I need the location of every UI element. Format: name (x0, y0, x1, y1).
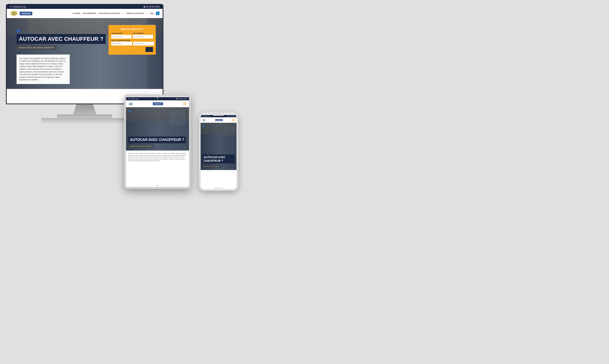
departure-label: LIEU DE DÉPART : (111, 33, 132, 34)
departure-group: LIEU DE DÉPART : (111, 33, 132, 39)
desktop-nav-links: ACCUEIL NOS SERVICES LOCATION D'AUTOCARS… (72, 12, 160, 15)
date-input[interactable] (111, 42, 132, 45)
monitor-base (57, 115, 112, 118)
phone-hero-badge: i (202, 125, 204, 127)
monitor-reflection (41, 118, 128, 124)
phone-navbar: 🚌 facebook (201, 117, 236, 123)
phone-call-icon: ☎ (227, 116, 228, 117)
hero-content: i AUTOCAR AVEC CHAUFFEUR ? VOUS ÊTES AU … (16, 29, 113, 50)
phone-screen: ✉ Contactez-nous ☎ 01 40 82 90 86 🚌 face… (201, 114, 236, 189)
phone-logo-container: 🚌 (202, 118, 206, 122)
tablet-logo: 🚌 (128, 102, 134, 106)
phone-hero: i AUTOCAR AVEC CHAUFFEUR ? VOUS ÊTES AU … (201, 123, 236, 170)
desktop-phone: ☎ 01 40 82 90 86 (143, 6, 160, 8)
desktop-website: ✉ Contactez-nous ☎ 01 40 82 90 86 🚌 (7, 5, 163, 104)
tablet-hamburger[interactable] (182, 102, 187, 106)
departure-input[interactable] (111, 35, 132, 39)
datetime-group: DATE ET HEURE DE DÉPART (111, 40, 153, 45)
time-input[interactable] (133, 42, 154, 45)
nav-faq[interactable]: FAQ (150, 13, 154, 14)
phone-hero-title-block: AUTOCAR AVEC CHAUFFEUR ? (202, 155, 235, 164)
tablet-device: ✉ Contactez-nous ☎ 01 40 82 90 86 🚌 face… (124, 94, 191, 189)
nav-location[interactable]: LOCATION D'AUTOCARS (98, 13, 120, 14)
tablet-hero: i AUTOCAR AVEC CHAUFFEUR ? VOUS ÊTES AU … (126, 107, 189, 151)
phone-hero-content: AUTOCAR AVEC CHAUFFEUR ? VOUS ÊTES AU BO… (202, 155, 235, 168)
phone-facebook[interactable]: facebook (215, 119, 223, 121)
desktop-navbar: 🚌 facebook ACCUEIL NOS SERVICES LOCATION… (7, 9, 163, 18)
devis-title: DEVIS GRATUIT (111, 28, 153, 31)
tablet-phone: ☎ 01 40 82 90 86 (176, 98, 187, 100)
tablet-hero-subtitle: VOUS ÊTES AU BON ENDROIT (128, 145, 153, 148)
hero-badge: i (16, 29, 20, 33)
tablet-home-dot (157, 185, 158, 186)
phone-speaker (216, 114, 221, 115)
arrival-input[interactable] (133, 35, 153, 39)
hero-subtitle: VOUS ÊTES AU BON ENDROIT (16, 46, 57, 50)
svg-text:🚌: 🚌 (13, 12, 15, 15)
tablet-phone-icon: ☎ (176, 98, 178, 100)
tablet-camera (157, 98, 158, 99)
desktop-hero: i AUTOCAR AVEC CHAUFFEUR ? VOUS ÊTES AU … (7, 18, 163, 89)
desktop-contact[interactable]: ✉ Contactez-nous (10, 6, 26, 8)
facebook-button[interactable]: facebook (20, 12, 32, 15)
linkedin-button[interactable]: in (156, 12, 160, 15)
nav-accueil[interactable]: ACCUEIL (72, 13, 80, 14)
phone-number: 01 40 82 90 86 (146, 6, 160, 8)
phone-hero-subtitle: VOUS ÊTES AU BON ENDROIT (202, 166, 221, 168)
tablet-envelope-icon: ✉ (128, 98, 129, 100)
monitor-stand (73, 104, 96, 115)
phone-phone-display: ☎ 01 40 82 90 86 (227, 116, 235, 117)
arrival-label: LIEU D'ARRIVÉE : (133, 33, 153, 34)
contact-label: Contactez-nous (12, 6, 26, 8)
tablet-hero-title: AUTOCAR AVEC CHAUFFEUR ? (128, 137, 186, 143)
phone-contact[interactable]: ✉ Contactez-nous (202, 116, 210, 117)
logo-container: 🚌 (10, 10, 18, 16)
tablet-hero-badge: i (128, 110, 131, 112)
envelope-icon: ✉ (10, 6, 12, 8)
logo-icon: 🚌 (11, 11, 17, 16)
phone-frame: ✉ Contactez-nous ☎ 01 40 82 90 86 🚌 face… (199, 112, 238, 191)
monitor-frame: ✉ Contactez-nous ☎ 01 40 82 90 86 🚌 (6, 4, 163, 104)
tablet-navbar: 🚌 facebook (126, 100, 189, 107)
phone-home-indicator (214, 188, 223, 188)
devis-form: DEVIS GRATUIT LIEU DE DÉPART : LIEU D'AR… (108, 25, 156, 55)
submit-button[interactable]: → (146, 47, 153, 52)
tablet-description: TDS Autocars vous propose ses locations … (126, 151, 189, 164)
nav-types[interactable]: TYPES D'AUTOCARS (126, 13, 144, 14)
description-card: TDS Autocars vous propose ses locations … (16, 54, 70, 84)
datetime-label: DATE ET HEURE DE DÉPART (111, 40, 153, 41)
hero-title: AUTOCAR AVEC CHAUFFEUR ? (16, 34, 106, 44)
arrival-group: LIEU D'ARRIVÉE : (133, 33, 153, 39)
tablet-facebook[interactable]: facebook (153, 102, 163, 105)
desktop-topbar: ✉ Contactez-nous ☎ 01 40 82 90 86 (7, 5, 163, 9)
phone-device: ✉ Contactez-nous ☎ 01 40 82 90 86 🚌 face… (199, 112, 238, 191)
tablet-screen: ✉ Contactez-nous ☎ 01 40 82 90 86 🚌 face… (126, 97, 189, 188)
phone-icon: ☎ (143, 6, 146, 8)
form-locations-row: LIEU DE DÉPART : LIEU D'ARRIVÉE : (111, 33, 153, 39)
nav-services[interactable]: NOS SERVICES (83, 13, 96, 14)
tablet-frame: ✉ Contactez-nous ☎ 01 40 82 90 86 🚌 face… (124, 94, 191, 189)
tablet-hero-content: AUTOCAR AVEC CHAUFFEUR ? VOUS ÊTES AU BO… (128, 137, 187, 148)
tablet-contact[interactable]: ✉ Contactez-nous (128, 98, 139, 100)
phone-hamburger[interactable] (232, 119, 235, 121)
phone-envelope-icon: ✉ (202, 116, 203, 117)
